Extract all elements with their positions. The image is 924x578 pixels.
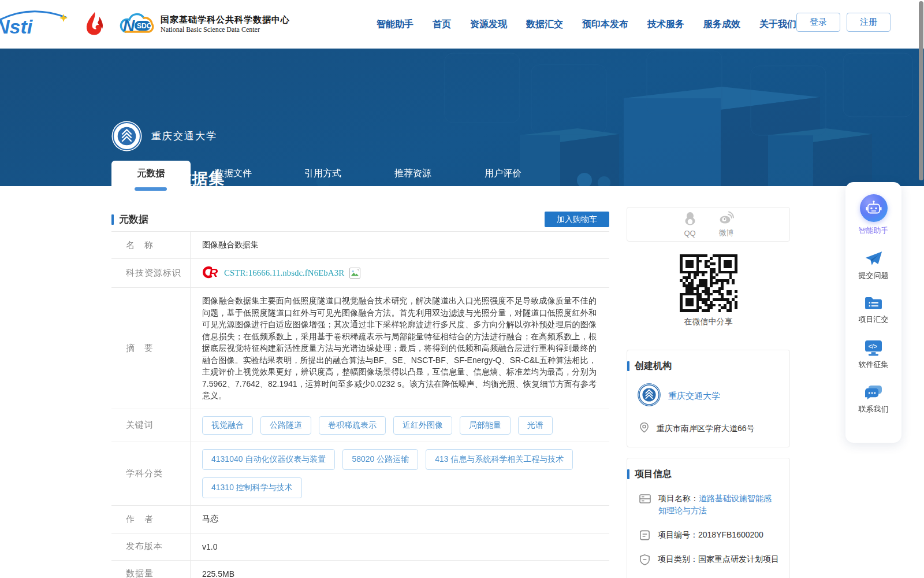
top-nav: Nsti N SDC — [0, 0, 924, 49]
keyword-tag[interactable]: 光谱 — [518, 416, 553, 435]
row-label-abstract: 摘 要 — [111, 288, 191, 409]
assistant-float-panel: 智能助手 提交问题 项目汇交 </> — [845, 182, 901, 443]
project-card-header: 项目信息 — [627, 468, 779, 480]
add-to-cart-button[interactable]: 加入购物车 — [545, 212, 609, 227]
keyword-tag[interactable]: 卷积稀疏表示 — [319, 416, 386, 435]
register-button[interactable]: 注册 — [847, 13, 891, 32]
row-value-author: 马恋 — [191, 507, 609, 531]
subject-tag[interactable]: 4131040 自动化仪器仪表与装置 — [202, 449, 335, 470]
hero-banner: 重庆交通大学 图像融合数据集 Image fusion dataset 元数据 … — [0, 49, 924, 186]
subject-tag[interactable]: 58020 公路运输 — [342, 449, 418, 470]
university-logo-icon — [638, 383, 661, 409]
table-row-keywords: 关键词 视觉融合 公路隧道 卷积稀疏表示 近红外图像 局部能量 光谱 — [111, 409, 609, 442]
svg-text:R: R — [209, 266, 218, 279]
login-button[interactable]: 登录 — [796, 13, 840, 32]
institution-name-row: 重庆交通大学 — [638, 383, 779, 409]
svg-text:N: N — [123, 17, 135, 35]
institution-name-link[interactable]: 重庆交通大学 — [668, 391, 720, 402]
paper-plane-icon — [865, 250, 883, 267]
keyword-tag[interactable]: 公路隧道 — [260, 416, 311, 435]
table-row-name: 名 称 图像融合数据集 — [111, 232, 609, 259]
nav-item-achievements[interactable]: 服务成效 — [703, 18, 740, 31]
row-label-keywords: 关键词 — [111, 409, 191, 442]
tab-recommended[interactable]: 推荐资源 — [372, 161, 453, 186]
qq-label: QQ — [684, 229, 695, 238]
nav-item-home[interactable]: 首页 — [433, 18, 451, 31]
section-accent-bar — [627, 469, 629, 479]
metadata-section-title-wrap: 元数据 — [111, 213, 148, 226]
right-sidebar: QQ 微博 在微 — [627, 207, 790, 578]
project-code-text: 项目编号：2018YFB1600200 — [658, 529, 763, 541]
tab-data-files[interactable]: 数据文件 — [193, 161, 274, 186]
cstr-identifier-link[interactable]: CSTR:16666.11.nbsdc.fN6EbA3R — [224, 268, 344, 278]
panel-label-software-collection: 软件征集 — [859, 360, 889, 370]
metadata-section-title: 元数据 — [119, 213, 148, 226]
share-card: QQ 微博 — [627, 207, 790, 242]
table-row-author: 作 者 马恋 — [111, 506, 609, 533]
svg-text:Nsti: Nsti — [0, 16, 33, 38]
panel-label-assistant: 智能助手 — [859, 225, 889, 236]
subject-tag[interactable]: 41310 控制科学与技术 — [202, 477, 302, 498]
project-card: 项目信息 项目名称：道路基础设施智能感知理论与方法 — [627, 458, 790, 578]
keyword-tag[interactable]: 近红外图像 — [393, 416, 452, 435]
panel-item-assistant[interactable]: 智能助手 — [859, 194, 889, 236]
nsdc-name-cn: 国家基础学科公共科学数据中心 — [161, 14, 290, 25]
row-value-keywords: 视觉融合 公路隧道 卷积稀疏表示 近红外图像 局部能量 光谱 — [191, 409, 609, 442]
nav-item-preprint[interactable]: 预印本发布 — [582, 18, 628, 31]
project-name-text: 项目名称：道路基础设施智能感知理论与方法 — [658, 492, 779, 517]
nav-menu: 智能助手 首页 资源发现 数据汇交 预印本发布 技术服务 服务成效 关于我们 — [377, 18, 796, 31]
project-section-title: 项目信息 — [635, 468, 672, 480]
project-type-value: 国家重点研发计划项目 — [698, 554, 779, 564]
section-accent-bar — [627, 361, 629, 371]
tab-citation[interactable]: 引用方式 — [282, 161, 363, 186]
weibo-icon — [719, 210, 734, 227]
project-code-value: 2018YFB1600200 — [698, 530, 763, 539]
table-row-subjects: 学科分类 4131040 自动化仪器仪表与装置 58020 公路运输 413 信… — [111, 442, 609, 506]
project-type-text: 项目类别：国家重点研发计划项目 — [658, 553, 779, 566]
panel-item-contact-us[interactable]: 联系我们 — [859, 384, 889, 414]
logo-group: Nsti N SDC — [0, 9, 290, 39]
nav-item-assistant[interactable]: 智能助手 — [377, 18, 413, 31]
institution-section-title: 创建机构 — [635, 360, 672, 372]
metadata-section-header: 元数据 加入购物车 — [111, 212, 609, 227]
nsdc-logo-text: 国家基础学科公共科学数据中心 National Basic Science Da… — [161, 14, 290, 34]
hero-institution: 重庆交通大学 — [111, 121, 217, 151]
row-value-version: v1.0 — [191, 535, 609, 558]
auth-buttons: 登录 注册 — [796, 13, 891, 32]
panel-item-project-submission[interactable]: 项目汇交 — [859, 295, 889, 325]
panel-label-project-submission: 项目汇交 — [859, 314, 889, 325]
panel-item-software-collection[interactable]: </> 软件征集 — [859, 339, 889, 370]
subject-tag[interactable]: 413 信息与系统科学相关工程与技术 — [426, 449, 573, 470]
nav-item-submission[interactable]: 数据汇交 — [526, 18, 563, 31]
svg-text:SDC: SDC — [137, 22, 152, 30]
tab-reviews[interactable]: 用户评价 — [463, 161, 543, 186]
project-code-icon — [639, 529, 651, 541]
panel-item-submit-question[interactable]: 提交问题 — [859, 250, 889, 281]
red-flame-logo-icon — [82, 11, 106, 38]
scrollbar-thumb[interactable] — [919, 1, 923, 180]
row-label-author: 作 者 — [111, 506, 191, 533]
project-code-row: 项目编号：2018YFB1600200 — [638, 529, 779, 541]
nav-item-tech-service[interactable]: 技术服务 — [647, 18, 684, 31]
row-label-datasize: 数据量 — [111, 561, 191, 578]
share-qq[interactable]: QQ — [683, 212, 697, 238]
table-row-version: 发布版本 v1.0 — [111, 533, 609, 561]
wechat-share-block: 在微信中分享 — [627, 254, 790, 327]
keyword-tag[interactable]: 视觉融合 — [202, 416, 253, 435]
tab-metadata[interactable]: 元数据 — [111, 161, 191, 186]
table-row-cstr: 科技资源标识 R CSTR:16666.11.nbsdc.fN6EbA3R — [111, 259, 609, 288]
table-row-abstract: 摘 要 图像融合数据集主要面向低照度隧道口视觉融合技术研究，解决隧道出入口光照强… — [111, 288, 609, 409]
folder-list-icon — [864, 295, 883, 311]
institution-card-header: 创建机构 — [627, 360, 779, 372]
copy-image-icon[interactable] — [349, 268, 360, 279]
nav-item-discovery[interactable]: 资源发现 — [470, 18, 507, 31]
page: Nsti N SDC — [0, 0, 924, 578]
qq-icon — [683, 212, 697, 228]
row-label-cstr: 科技资源标识 — [111, 259, 191, 287]
nav-item-about[interactable]: 关于我们 — [759, 18, 796, 31]
institution-card: 创建机构 重庆交通大学 — [627, 350, 790, 447]
row-value-subjects: 4131040 自动化仪器仪表与装置 58020 公路运输 413 信息与系统科… — [191, 442, 609, 505]
keyword-tag[interactable]: 局部能量 — [460, 416, 511, 435]
metadata-panel: 元数据 加入购物车 名 称 图像融合数据集 科技资源标识 R — [111, 186, 609, 578]
share-weibo[interactable]: 微博 — [719, 210, 734, 238]
